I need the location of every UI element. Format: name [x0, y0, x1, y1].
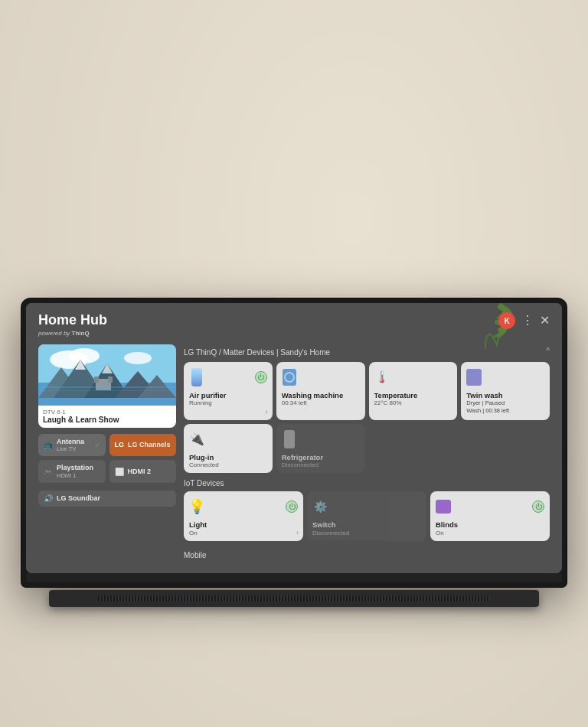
- hub-title: Home Hub: [38, 312, 107, 329]
- device-blinds[interactable]: ⏻ Blinds On: [430, 491, 550, 540]
- more-options-icon[interactable]: ⋮: [521, 315, 534, 327]
- svg-rect-15: [38, 386, 176, 388]
- thinq-brand: ThinQ: [72, 330, 90, 337]
- lg-channels-icon: LG: [115, 441, 125, 448]
- blinds-power-btn[interactable]: ⏻: [532, 500, 544, 513]
- tv-container: Home Hub powered by ThinQ K ⋮ ✕: [21, 298, 567, 607]
- svg-rect-14: [108, 377, 113, 383]
- light-icon: 💡: [188, 498, 205, 515]
- lg-channels-label: LG Channels: [128, 441, 171, 449]
- air-purifier-header: ⏻: [189, 367, 267, 388]
- device-air-purifier[interactable]: ⏻ Air purifier Running ›: [184, 362, 273, 420]
- hdmi2-label: HDMI 2: [128, 468, 152, 476]
- antenna-label: Antenna: [57, 438, 84, 446]
- input-row-2: 🎮 Playstation HDMI 1 ⬜ HDMI 2: [38, 460, 176, 483]
- light-chevron-icon: ›: [296, 529, 299, 536]
- input-lg-channels[interactable]: LG LG Channels: [109, 434, 177, 457]
- hub-content: DTV 6-1 Laugh & Learn Show 📺: [38, 344, 550, 561]
- grid-spacer-2: [461, 424, 550, 473]
- iot-section: IoT Devices 💡 ⏻: [184, 479, 550, 540]
- device-washing-machine[interactable]: Washing machine 00:34 left: [276, 362, 365, 420]
- mobile-section-header: Mobile: [184, 547, 550, 561]
- twin-wash-icon-wrap: [466, 367, 482, 388]
- tv-screen: Home Hub powered by ThinQ K ⋮ ✕: [26, 303, 562, 573]
- input-antenna[interactable]: 📺 Antenna Live TV ✓: [38, 434, 106, 457]
- air-purifier-icon-wrap: [189, 367, 204, 388]
- iot-section-header: IoT Devices: [184, 479, 550, 487]
- hub-subtitle: powered by ThinQ: [38, 330, 107, 337]
- refrigerator-icon-wrap: [282, 429, 297, 450]
- mobile-section-title: Mobile: [184, 551, 206, 559]
- tv-frame: Home Hub powered by ThinQ K ⋮ ✕: [21, 298, 567, 587]
- user-avatar[interactable]: K: [498, 312, 515, 329]
- air-purifier-status: Running: [189, 399, 267, 406]
- hdmi2-icon: ⬜: [115, 468, 124, 476]
- svg-point-3: [124, 352, 152, 364]
- close-icon[interactable]: ✕: [540, 315, 550, 327]
- soundbar-label: LG Soundbar: [57, 494, 100, 503]
- thinq-collapse-btn[interactable]: ^: [546, 347, 550, 355]
- svg-point-2: [69, 348, 100, 364]
- device-light[interactable]: 💡 ⏻ Light On ›: [184, 491, 303, 540]
- temperature-icon: 🌡️: [374, 370, 390, 384]
- iot-section-title: IoT Devices: [184, 479, 224, 487]
- switch-header: ⚙️: [312, 496, 421, 517]
- thinq-device-grid-row2: 🔌 Plug-in Connected: [184, 424, 550, 473]
- input-soundbar[interactable]: 🔊 LG Soundbar: [38, 491, 176, 507]
- blinds-status: On: [436, 530, 544, 536]
- input-hdmi2[interactable]: ⬜ HDMI 2: [109, 460, 177, 483]
- channel-thumbnail: [38, 344, 176, 406]
- thinq-section: LG ThinQ / Matter Devices | Sandy's Home…: [184, 344, 550, 474]
- grid-spacer-1: [369, 424, 458, 473]
- hub-header: Home Hub powered by ThinQ K ⋮ ✕: [38, 312, 550, 337]
- plug-in-status: Connected: [189, 461, 267, 468]
- input-sources: 📺 Antenna Live TV ✓ LG: [38, 434, 176, 507]
- temperature-name: Temperature: [374, 391, 452, 399]
- light-power-btn[interactable]: ⏻: [286, 500, 298, 513]
- device-temperature[interactable]: 🌡️ Temperature 22°C 80%: [369, 362, 458, 420]
- playstation-sublabel: HDMI 1: [57, 472, 93, 479]
- temperature-header: 🌡️: [374, 367, 452, 388]
- refrigerator-icon: [284, 430, 295, 448]
- twin-wash-status: Dryer | PausedWash | 00:38 left: [466, 399, 544, 416]
- temperature-status: 22°C 80%: [374, 399, 452, 406]
- input-playstation[interactable]: 🎮 Playstation HDMI 1: [38, 460, 106, 483]
- antenna-label-block: Antenna Live TV: [57, 438, 84, 453]
- air-purifier-power-btn[interactable]: ⏻: [255, 371, 267, 383]
- antenna-icon: 📺: [44, 441, 53, 449]
- blinds-icon: [436, 500, 451, 513]
- plug-in-icon-wrap: 🔌: [189, 429, 204, 450]
- air-purifier-icon: [191, 368, 202, 386]
- twin-wash-header: [466, 367, 544, 388]
- refrigerator-header: [282, 429, 360, 450]
- device-twin-wash[interactable]: Twin wash Dryer | PausedWash | 00:38 lef…: [461, 362, 550, 420]
- device-refrigerator[interactable]: Refrigerator Disconnected: [276, 424, 365, 473]
- powered-by-text: powered by: [38, 330, 70, 337]
- thinq-section-header: LG ThinQ / Matter Devices | Sandy's Home…: [184, 344, 550, 358]
- refrigerator-name: Refrigerator: [282, 453, 360, 461]
- switch-name: Switch: [312, 520, 421, 529]
- washing-machine-header: [282, 367, 360, 388]
- playstation-label: Playstation: [57, 464, 93, 472]
- washing-machine-icon-wrap: [282, 367, 297, 388]
- light-header: 💡 ⏻: [189, 496, 298, 517]
- washing-machine-icon: [283, 369, 296, 386]
- channel-number: DTV 6-1: [43, 409, 172, 416]
- tv-soundbar: [49, 590, 540, 607]
- channel-preview[interactable]: DTV 6-1 Laugh & Learn Show: [38, 344, 176, 428]
- soundbar-icon: 🔊: [44, 494, 53, 503]
- right-panel: LG ThinQ / Matter Devices | Sandy's Home…: [184, 344, 550, 561]
- blinds-icon-wrap: [436, 496, 451, 517]
- playstation-label-block: Playstation HDMI 1: [57, 464, 93, 479]
- air-purifier-name: Air purifier: [189, 391, 267, 399]
- blinds-name: Blinds: [436, 520, 544, 529]
- device-plug-in[interactable]: 🔌 Plug-in Connected: [184, 424, 273, 473]
- input-row-1: 📺 Antenna Live TV ✓ LG: [38, 434, 176, 457]
- washing-machine-name: Washing machine: [282, 391, 360, 399]
- svg-rect-16: [38, 390, 176, 391]
- iot-device-grid: 💡 ⏻ Light On ›: [184, 491, 550, 540]
- switch-icon: ⚙️: [314, 500, 327, 513]
- device-switch[interactable]: ⚙️ Switch Disconnected: [307, 491, 426, 540]
- antenna-check-icon: ✓: [94, 441, 100, 449]
- light-icon-wrap: 💡: [189, 496, 204, 517]
